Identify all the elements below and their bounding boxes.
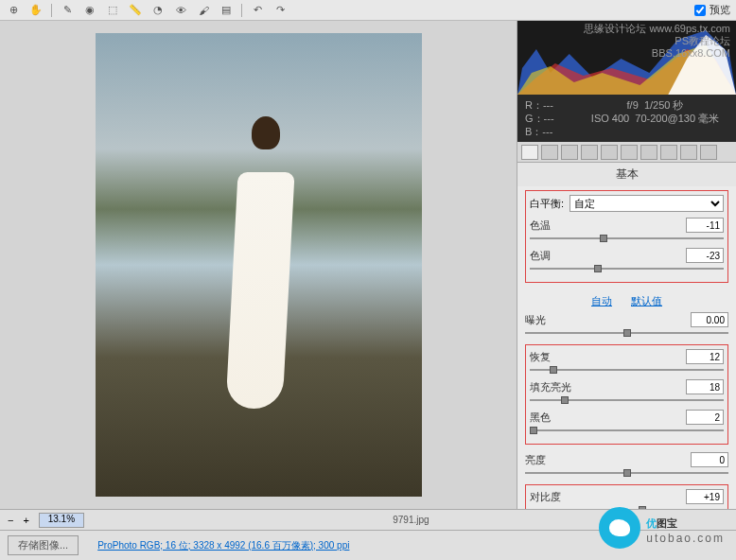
- temp-value[interactable]: [686, 218, 724, 233]
- logo-accent: 优: [646, 517, 657, 529]
- preview-label: 预览: [710, 3, 730, 17]
- logo-name-rest: 图宝: [657, 517, 677, 529]
- save-image-button[interactable]: 存储图像...: [8, 535, 79, 555]
- black-value[interactable]: [686, 410, 724, 425]
- rotate-cw-icon[interactable]: ↷: [272, 3, 288, 18]
- contrast-label: 对比度: [530, 490, 577, 504]
- options-toolbar: ⊕ ✋ ✎ ◉ ⬚ 📏 ◔ 👁 🖌 ▤ ↶ ↷ 预览: [0, 0, 736, 21]
- black-slider[interactable]: [530, 427, 724, 434]
- brightness-group: 亮度: [525, 452, 728, 477]
- panel-tabs: [517, 142, 736, 163]
- photo-preview[interactable]: [96, 33, 422, 497]
- recovery-value[interactable]: [686, 349, 724, 364]
- temp-slider[interactable]: [530, 235, 724, 242]
- tab-lens-icon[interactable]: [621, 145, 638, 160]
- profile-link[interactable]: ProPhoto RGB; 16 位; 3328 x 4992 (16.6 百万…: [97, 539, 349, 552]
- fill-value[interactable]: [686, 379, 724, 394]
- hand-icon[interactable]: ✋: [28, 3, 44, 18]
- recovery-slider[interactable]: [530, 366, 724, 374]
- crop-icon[interactable]: ⬚: [105, 3, 120, 18]
- bird-icon: [599, 507, 640, 549]
- black-label: 黑色: [530, 411, 577, 425]
- auto-default-row: 自动 默认值: [525, 290, 728, 312]
- tint-slider[interactable]: [530, 265, 724, 272]
- tab-basic-icon[interactable]: [521, 145, 538, 160]
- eyedropper-icon[interactable]: ✎: [60, 3, 75, 18]
- preview-toggle[interactable]: 预览: [694, 3, 730, 17]
- contrast-value[interactable]: [686, 489, 724, 504]
- auto-link[interactable]: 自动: [591, 294, 612, 308]
- panel-title: 基本: [517, 163, 736, 186]
- zoom-in-icon[interactable]: +: [23, 515, 28, 526]
- exposure-slider[interactable]: [525, 329, 728, 337]
- exposure-value[interactable]: [691, 312, 728, 327]
- fill-slider[interactable]: [530, 396, 724, 404]
- tint-value[interactable]: [686, 248, 724, 263]
- zoom-select[interactable]: 13.1%: [39, 513, 84, 528]
- wb-select[interactable]: 自定: [570, 195, 724, 212]
- right-panel: 思缘设计论坛 www.69ps.tx.com PS教程论坛 BBS.16xx8.…: [517, 21, 736, 509]
- canvas-area: [0, 21, 517, 509]
- tab-fx-icon[interactable]: [640, 145, 657, 160]
- white-balance-group: 白平衡: 自定 色温 色调: [525, 190, 728, 283]
- zoom-out-icon[interactable]: −: [8, 515, 13, 526]
- tab-detail-icon[interactable]: [561, 145, 578, 160]
- rotate-ccw-icon[interactable]: ↶: [250, 3, 265, 18]
- brightness-label: 亮度: [525, 453, 572, 467]
- preview-checkbox[interactable]: [694, 5, 706, 16]
- watermark: 思缘设计论坛 www.69ps.tx.com PS教程论坛 BBS.16xx8.…: [584, 23, 730, 60]
- redeye-icon[interactable]: 👁: [173, 3, 188, 18]
- controls-scroll[interactable]: 白平衡: 自定 色温 色调 自动 默认值 曝光 恢复 填充亮光: [517, 186, 736, 509]
- default-link[interactable]: 默认值: [631, 294, 662, 308]
- tab-curve-icon[interactable]: [541, 145, 558, 160]
- straighten-icon[interactable]: 📏: [128, 3, 143, 18]
- recovery-label: 恢复: [530, 350, 577, 364]
- fill-label: 填充亮光: [530, 380, 577, 394]
- recovery-group: 恢复 填充亮光 黑色: [525, 344, 728, 445]
- exposure-group: 曝光: [525, 312, 728, 337]
- exposure-label: 曝光: [525, 313, 572, 327]
- brightness-slider[interactable]: [525, 469, 728, 477]
- gradient-icon[interactable]: ▤: [219, 3, 234, 18]
- brand-logo: 优图宝 utobao.com: [599, 507, 725, 549]
- contrast-group: 对比度: [525, 484, 728, 509]
- histogram[interactable]: 思缘设计论坛 www.69ps.tx.com PS教程论坛 BBS.16xx8.…: [517, 21, 736, 95]
- tab-split-icon[interactable]: [601, 145, 618, 160]
- tab-hsl-icon[interactable]: [581, 145, 598, 160]
- brush-icon[interactable]: 🖌: [196, 3, 211, 18]
- brightness-value[interactable]: [691, 452, 728, 467]
- tab-snapshot-icon[interactable]: [700, 145, 717, 160]
- tab-presets-icon[interactable]: [680, 145, 697, 160]
- spot-icon[interactable]: ◔: [150, 3, 166, 18]
- zoom-icon[interactable]: ⊕: [6, 3, 21, 18]
- tint-label: 色调: [530, 249, 577, 263]
- logo-domain: utobao.com: [646, 532, 725, 545]
- wb-label: 白平衡:: [530, 197, 564, 211]
- temp-label: 色温: [530, 219, 577, 233]
- sampler-icon[interactable]: ◉: [82, 3, 97, 18]
- tab-camera-icon[interactable]: [660, 145, 677, 160]
- exif-readout: R：---G：---B：--- f/9 1/250 秒 ISO 400 70-2…: [517, 95, 736, 142]
